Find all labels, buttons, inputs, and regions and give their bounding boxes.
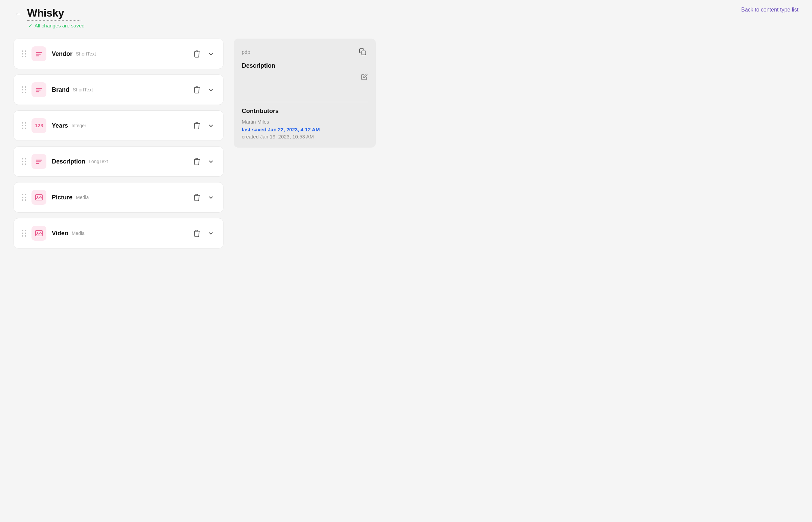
- field-type-brand: ShortText: [73, 87, 93, 93]
- drag-handle[interactable]: [22, 51, 26, 57]
- field-name-picture: Picture: [52, 194, 73, 201]
- delete-button-video[interactable]: [192, 228, 201, 238]
- field-name-description: Description: [52, 158, 85, 165]
- sidebar-id: pdp: [242, 49, 250, 55]
- field-card-vendor: Vendor ShortText: [14, 39, 223, 69]
- field-actions-video: [192, 228, 215, 238]
- divider: [242, 102, 368, 102]
- field-icon-video: [32, 226, 46, 241]
- field-icon-description: [32, 154, 46, 169]
- header-left: ← Whisky ✓ All changes are saved: [14, 7, 85, 28]
- field-actions-vendor: [192, 49, 215, 59]
- title-underline: [27, 20, 81, 21]
- expand-button-vendor[interactable]: [207, 50, 215, 58]
- field-info-years: Years Integer: [52, 122, 186, 129]
- field-type-picture: Media: [76, 195, 89, 200]
- title-row: ← Whisky: [14, 7, 85, 21]
- field-info-vendor: Vendor ShortText: [52, 51, 186, 58]
- field-icon-picture: [32, 190, 46, 205]
- last-saved: last saved Jan 22, 2023, 4:12 AM: [242, 127, 368, 132]
- svg-text:123: 123: [35, 123, 43, 128]
- field-actions-brand: [192, 85, 215, 95]
- delete-button-brand[interactable]: [192, 85, 201, 95]
- description-area: [242, 74, 368, 94]
- main-content: Vendor ShortText: [0, 32, 812, 262]
- sidebar-top: pdp: [242, 47, 368, 57]
- drag-handle[interactable]: [22, 230, 26, 237]
- field-info-brand: Brand ShortText: [52, 86, 186, 94]
- page-title: Whisky: [27, 7, 81, 19]
- edit-description-button[interactable]: [361, 74, 368, 80]
- expand-button-description[interactable]: [207, 157, 215, 165]
- field-name-brand: Brand: [52, 86, 70, 94]
- drag-handle[interactable]: [22, 86, 26, 93]
- svg-rect-14: [362, 51, 366, 55]
- field-icon-brand: [32, 82, 46, 97]
- field-type-years: Integer: [72, 123, 86, 128]
- field-name-video: Video: [52, 230, 68, 237]
- page-header: ← Whisky ✓ All changes are saved Back to…: [0, 0, 812, 32]
- field-type-vendor: ShortText: [76, 51, 96, 57]
- field-card-brand: Brand ShortText: [14, 75, 223, 105]
- back-to-list-link[interactable]: Back to content type list: [741, 7, 798, 13]
- delete-button-vendor[interactable]: [192, 49, 201, 59]
- field-card-years: 123 Years Integer: [14, 111, 223, 141]
- field-info-picture: Picture Media: [52, 194, 186, 201]
- expand-button-picture[interactable]: [207, 193, 215, 201]
- title-container: Whisky: [27, 7, 81, 21]
- field-actions-years: [192, 121, 215, 130]
- field-info-description: Description LongText: [52, 158, 186, 165]
- description-label: Description: [242, 62, 368, 69]
- field-actions-picture: [192, 192, 215, 202]
- field-type-video: Media: [72, 230, 85, 236]
- expand-button-video[interactable]: [207, 229, 215, 237]
- field-icon-years: 123: [32, 118, 46, 133]
- checkmark-icon: ✓: [28, 23, 33, 28]
- expand-button-years[interactable]: [207, 122, 215, 130]
- drag-handle[interactable]: [22, 194, 26, 201]
- field-type-description: LongText: [89, 159, 108, 164]
- field-icon-vendor: [32, 46, 46, 61]
- sidebar-panel: pdp Description Contribut: [234, 39, 376, 147]
- contributors-label: Contributors: [242, 108, 368, 115]
- contributor-name: Martin Miles: [242, 119, 368, 125]
- delete-button-years[interactable]: [192, 121, 201, 130]
- field-card-description: Description LongText: [14, 146, 223, 177]
- saved-text: All changes are saved: [35, 23, 85, 28]
- field-card-picture: Picture Media: [14, 182, 223, 213]
- svg-point-13: [37, 232, 38, 233]
- svg-point-11: [37, 196, 38, 197]
- copy-button[interactable]: [358, 47, 368, 57]
- field-actions-description: [192, 156, 215, 166]
- back-button[interactable]: ←: [14, 8, 23, 19]
- field-name-vendor: Vendor: [52, 51, 73, 58]
- drag-handle[interactable]: [22, 158, 26, 165]
- fields-list: Vendor ShortText: [14, 39, 223, 248]
- delete-button-description[interactable]: [192, 156, 201, 166]
- drag-handle[interactable]: [22, 122, 26, 129]
- delete-button-picture[interactable]: [192, 192, 201, 202]
- field-card-video: Video Media: [14, 218, 223, 248]
- field-name-years: Years: [52, 122, 68, 129]
- saved-status: ✓ All changes are saved: [14, 23, 85, 28]
- created-date: created Jan 19, 2023, 10:53 AM: [242, 134, 368, 139]
- field-info-video: Video Media: [52, 230, 186, 237]
- expand-button-brand[interactable]: [207, 86, 215, 94]
